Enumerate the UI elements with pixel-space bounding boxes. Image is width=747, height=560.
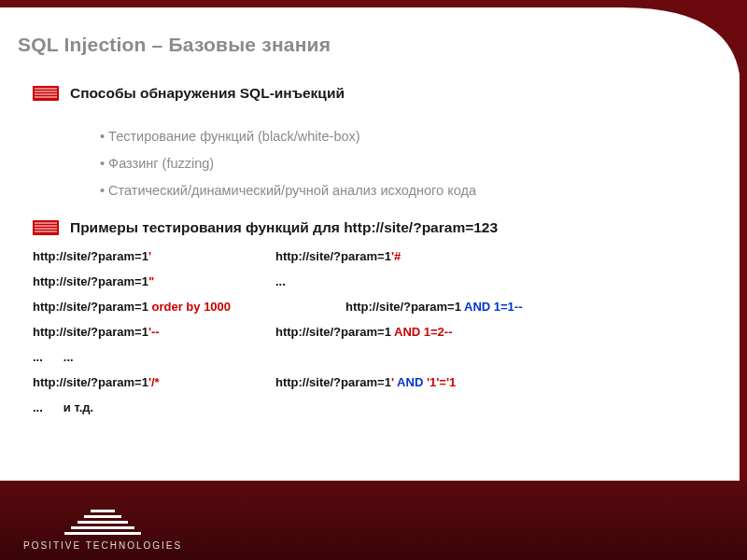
example-row: http://site/?param=1 order by 1000 http:… xyxy=(33,300,705,314)
logo-bars-icon xyxy=(23,510,182,535)
example-cell: http://site/?param=1' AND '1'='1 xyxy=(275,375,456,389)
right-border xyxy=(740,56,747,481)
url-text: http://site/?param=1 xyxy=(33,300,148,314)
example-row: http://site/?param=1' http://site/?param… xyxy=(33,249,705,263)
svg-rect-0 xyxy=(33,86,59,101)
injection-text: AND 1=2-- xyxy=(391,325,453,339)
example-cell: http://site/?param=1'# xyxy=(275,249,401,263)
bullet-item: Фаззинг (fuzzing) xyxy=(100,153,705,175)
examples-block: http://site/?param=1' http://site/?param… xyxy=(33,249,705,414)
url-text: http://site/?param=1 xyxy=(275,375,391,389)
top-border xyxy=(0,0,616,7)
slide: SQL Injection – Базовые знания Способы о… xyxy=(0,0,747,560)
example-cell: http://site/?param=1 AND 1=2-- xyxy=(275,325,453,339)
example-cell: и т.д. xyxy=(63,400,93,414)
example-row: ... ... xyxy=(33,350,705,364)
section-heading: Примеры тестирования функций для http://… xyxy=(70,219,498,236)
injection-text: '/* xyxy=(148,375,160,389)
example-row: http://site/?param=1'-- http://site/?par… xyxy=(33,325,705,339)
injection-text: '# xyxy=(391,249,401,263)
content-area: Способы обнаружения SQL-инъекций Тестиро… xyxy=(33,79,705,426)
injection-text: ' xyxy=(148,249,151,263)
example-cell: ... xyxy=(33,350,43,364)
url-text: http://site/?param=1 xyxy=(33,375,148,389)
section-detection: Способы обнаружения SQL-инъекций xyxy=(33,85,705,102)
url-text: http://site/?param=1 xyxy=(33,325,148,339)
injection-text: " xyxy=(148,274,154,288)
example-row: http://site/?param=1'/* http://site/?par… xyxy=(33,375,705,389)
url-text: http://site/?param=1 xyxy=(275,249,391,263)
example-cell: ... xyxy=(63,350,74,364)
example-row: ... и т.д. xyxy=(33,400,705,414)
section-examples: Примеры тестирования функций для http://… xyxy=(33,219,705,236)
corner-decoration xyxy=(616,0,747,75)
url-text: http://site/?param=1 xyxy=(345,300,461,314)
injection-text: order by 1000 xyxy=(148,300,231,314)
svg-rect-5 xyxy=(33,220,59,235)
injection-text: AND 1=1-- xyxy=(461,300,523,314)
bullet-item: Статический/динамический/ручной анализ и… xyxy=(100,180,705,202)
example-cell: http://site/?param=1'-- xyxy=(33,325,219,339)
example-cell: http://site/?param=1" xyxy=(33,274,219,288)
example-cell: ... xyxy=(275,274,286,288)
bullet-flag-icon xyxy=(33,220,59,235)
example-row: http://site/?param=1" ... xyxy=(33,274,705,288)
injection-text: AND xyxy=(394,375,427,389)
slide-title: SQL Injection – Базовые знания xyxy=(18,34,331,56)
example-cell: http://site/?param=1' xyxy=(33,249,219,263)
bullet-flag-icon xyxy=(33,86,59,101)
example-cell: ... xyxy=(33,400,43,414)
brand-logo: POSITIVE TECHNOLOGIES xyxy=(23,510,182,551)
example-cell: http://site/?param=1 AND 1=1-- xyxy=(345,300,523,314)
url-text: http://site/?param=1 xyxy=(33,249,148,263)
bullet-item: Тестирование функций (black/white-box) xyxy=(100,126,705,147)
section-heading: Способы обнаружения SQL-инъекций xyxy=(70,85,345,102)
url-text: http://site/?param=1 xyxy=(275,325,391,339)
url-text: http://site/?param=1 xyxy=(33,274,148,288)
footer-bar: POSITIVE TECHNOLOGIES xyxy=(0,481,747,560)
example-cell: http://site/?param=1'/* xyxy=(33,375,219,389)
brand-name: POSITIVE TECHNOLOGIES xyxy=(23,540,182,551)
detection-bullets: Тестирование функций (black/white-box) Ф… xyxy=(100,126,705,203)
injection-text: '-- xyxy=(148,325,160,339)
injection-text: '1'='1 xyxy=(427,375,456,389)
example-cell: http://site/?param=1 order by 1000 xyxy=(33,300,289,314)
